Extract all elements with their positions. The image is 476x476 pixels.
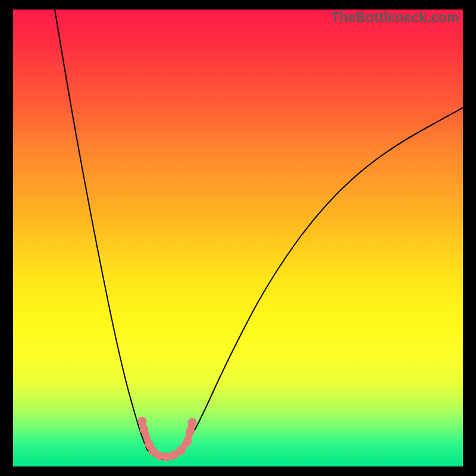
chart-frame: TheBottleneck.com: [13, 10, 463, 466]
marker-dot: [183, 437, 192, 446]
marker-dot: [138, 417, 147, 426]
marker-dot: [188, 418, 197, 427]
marker-dot: [186, 427, 195, 436]
curve-right-branch: [183, 108, 463, 450]
marker-dot: [177, 446, 186, 455]
marker-dot: [140, 425, 149, 434]
curve-left-branch: [55, 10, 147, 450]
bottleneck-curve: [13, 10, 463, 466]
